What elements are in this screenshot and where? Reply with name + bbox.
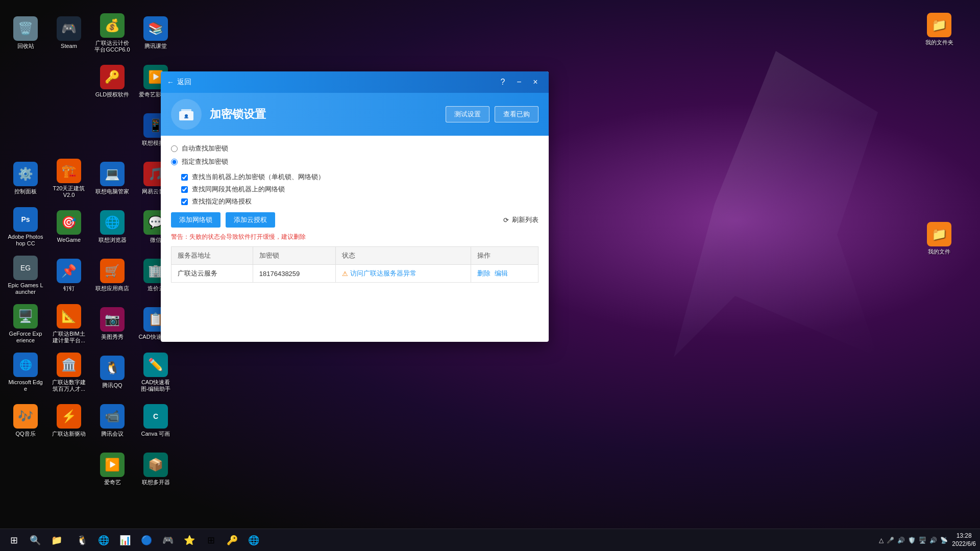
dialog-header-buttons: 测试设置 查看已购	[446, 106, 538, 122]
dialog-back-button[interactable]: ← 返回	[167, 78, 191, 87]
taskbar-edge-blue[interactable]: 🔵	[137, 531, 156, 550]
icon-label-epic: Epic Games Launcher	[8, 282, 43, 295]
icon-gld-digital[interactable]: 🏛️ 广联达数字建筑百万人才...	[48, 349, 89, 395]
tray-mic-icon[interactable]: 🎤	[887, 537, 894, 544]
tray-network-icon[interactable]: 📡	[940, 537, 948, 544]
icon-msedge[interactable]: 🌐 Microsoft Edge	[5, 349, 46, 395]
icon-label-steam: Steam	[61, 43, 77, 49]
geforce-icon: 🖥️	[13, 304, 38, 329]
taskbar-grid[interactable]: ⊞	[201, 531, 220, 550]
qq-music-icon: 🎶	[13, 404, 38, 429]
icon-tencent-qq[interactable]: 🐧 腾讯QQ	[92, 349, 133, 395]
icon-iqiyi2[interactable]: ▶️ 爱奇艺	[92, 446, 133, 492]
op-buttons: 删除 编辑	[477, 269, 532, 278]
taskbar-clock[interactable]: 13:28 2022/6/6	[952, 532, 976, 548]
steam-icon: 🎮	[57, 16, 81, 41]
local-checkbox[interactable]	[181, 174, 188, 181]
gld-bim-icon: 📐	[57, 304, 81, 329]
icon-control-panel[interactable]: ⚙️ 控制面板	[5, 156, 46, 202]
icon-recycle[interactable]: 🗑️ 回收站	[5, 10, 46, 56]
icon-lenovo-app[interactable]: 🛒 联想应用商店	[92, 253, 133, 298]
icon-label-qq-music: QQ音乐	[15, 431, 35, 437]
tray-monitor-icon[interactable]: 🖥️	[919, 537, 926, 544]
taskbar-star[interactable]: ⭐	[180, 531, 199, 550]
taskbar-gld[interactable]: 🔑	[223, 531, 242, 550]
manual-radio-input[interactable]	[171, 159, 178, 165]
network-checkbox[interactable]	[181, 186, 188, 193]
dialog-titlebar: ← 返回 ? − ×	[161, 71, 549, 93]
icon-steam[interactable]: 🎮 Steam	[48, 10, 89, 56]
manual-radio-label: 指定查找加密锁	[182, 157, 228, 166]
radio-manual[interactable]: 指定查找加密锁	[171, 157, 538, 166]
icon-lenovo-pc[interactable]: 💻 联想电脑管家	[92, 156, 133, 202]
icon-meituxiuxiu[interactable]: 📷 美图秀秀	[92, 301, 133, 347]
icon-label-tencent-class: 腾讯课堂	[144, 43, 167, 49]
status-link[interactable]: 访问广联达服务器异常	[350, 269, 416, 278]
icon-lenovo-browser[interactable]: 🌐 联想浏览器	[92, 204, 133, 250]
add-cloud-auth-button[interactable]: 添加云授权	[226, 212, 275, 228]
system-tray: △ 🎤 🔊 🛡️ 🖥️ 🔊 📡	[879, 537, 948, 544]
dialog-help-button[interactable]: ?	[496, 75, 510, 89]
icon-t20[interactable]: 🏗️ T20天正建筑V2.0	[48, 156, 89, 202]
icon-tencent-meet[interactable]: 📹 腾讯会议	[92, 398, 133, 444]
tray-speaker-icon[interactable]: 🔊	[929, 537, 937, 544]
data-table: 服务器地址 加密锁 状态 操作 广联达云服务 18176438259 访问广联达…	[171, 246, 538, 283]
dialog-close-button[interactable]: ×	[528, 75, 543, 89]
taskbar-right: △ 🎤 🔊 🛡️ 🖥️ 🔊 📡 13:28 2022/6/6	[879, 532, 976, 548]
icon-qq-music[interactable]: 🎶 QQ音乐	[5, 398, 46, 444]
explorer-button[interactable]: 📁	[47, 531, 66, 550]
desktop: 🗑️ 回收站 🎮 Steam 💰 广联达云计价平台GCCP6.0 📚 腾讯课堂 …	[0, 0, 980, 551]
taskbar-table[interactable]: 📊	[115, 531, 135, 550]
icon-dingding[interactable]: 📌 钉钉	[48, 253, 89, 298]
radio-auto[interactable]: 自动查找加密锁	[171, 144, 538, 153]
edit-button[interactable]: 编辑	[495, 269, 508, 278]
search-button[interactable]: 🔍	[26, 531, 45, 550]
icon-gld-driver[interactable]: ⚡ 广联达新驱动	[48, 398, 89, 444]
my-files-label-bottom[interactable]: 📁 我的文件	[919, 219, 960, 258]
taskbar-apps: 🐧 🌐 📊 🔵 🎮 ⭐ ⊞ 🔑 🌐	[72, 531, 263, 550]
msedge-icon: 🌐	[13, 353, 38, 377]
view-purchased-button[interactable]: 查看已购	[495, 106, 538, 122]
dialog-minimize-button[interactable]: −	[512, 75, 526, 89]
icon-epic[interactable]: EG Epic Games Launcher	[5, 253, 46, 298]
test-settings-button[interactable]: 测试设置	[446, 106, 489, 122]
icon-canva[interactable]: C Canva 可画	[135, 398, 176, 444]
my-files-label-top[interactable]: 📁 我的文件夹	[919, 10, 960, 48]
icon-cad-editor[interactable]: ✏️ CAD快速看图-编辑助手	[135, 349, 176, 395]
add-network-lock-button[interactable]: 添加网络锁	[171, 212, 220, 228]
cloud-checkbox[interactable]	[181, 198, 188, 205]
icon-ps[interactable]: Ps Adobe Photoshop CC	[5, 204, 46, 250]
taskbar-edge-tb[interactable]: 🌐	[244, 531, 263, 550]
icon-guanglianda-price[interactable]: 💰 广联达云计价平台GCCP6.0	[92, 10, 133, 56]
tray-expand-icon[interactable]: △	[879, 537, 884, 544]
icon-label-cad-editor: CAD快速看图-编辑助手	[138, 379, 174, 392]
start-button[interactable]: ⊞	[4, 531, 23, 550]
checkbox-group: 查找当前机器上的加密锁（单机锁、网络锁） 查找同网段其他机器上的网络锁 查找指定…	[181, 172, 538, 206]
checkbox-cloud[interactable]: 查找指定的网络授权	[181, 197, 538, 206]
icon-gld-auth[interactable]: 🔑 GLD授权软件	[92, 59, 133, 105]
icon-wegame[interactable]: 🎯 WeGame	[48, 204, 89, 250]
icon-gld-bim[interactable]: 📐 广联达BIM土建计量平台...	[48, 301, 89, 347]
icon-label-lenovo-browser: 联想浏览器	[99, 237, 127, 243]
delete-button[interactable]: 删除	[477, 269, 491, 278]
svg-point-2	[185, 114, 188, 117]
icon-label-tencent-qq: 腾讯QQ	[102, 382, 122, 389]
tray-shield-icon[interactable]: 🛡️	[908, 537, 916, 544]
tray-volume-icon[interactable]: 🔊	[897, 537, 905, 544]
icon-label-tencent-meet: 腾讯会议	[101, 431, 124, 437]
epic-icon: EG	[13, 256, 38, 280]
dialog-body: 自动查找加密锁 指定查找加密锁 查找当前机器上的加密锁（单机锁、网络锁） 查找同…	[161, 136, 549, 342]
icon-label-gld-auth: GLD授权软件	[95, 91, 130, 98]
checkbox-local[interactable]: 查找当前机器上的加密锁（单机锁、网络锁）	[181, 172, 538, 182]
refresh-list-button[interactable]: ⟳ 刷新列表	[503, 215, 538, 224]
auto-radio-input[interactable]	[171, 145, 178, 152]
checkbox-network[interactable]: 查找同网段其他机器上的网络锁	[181, 185, 538, 194]
icon-tencent-class[interactable]: 📚 腾讯课堂	[135, 10, 176, 56]
taskbar-browser-green[interactable]: 🌐	[94, 531, 113, 550]
col-server: 服务器地址	[172, 247, 253, 265]
icon-geforce[interactable]: 🖥️ GeForce Experience	[5, 301, 46, 347]
taskbar-penguin[interactable]: 🐧	[72, 531, 92, 550]
windows-icon: ⊞	[10, 535, 18, 546]
icon-lenovo-multi[interactable]: 📦 联想多开器	[135, 446, 176, 492]
taskbar-epic[interactable]: 🎮	[158, 531, 178, 550]
